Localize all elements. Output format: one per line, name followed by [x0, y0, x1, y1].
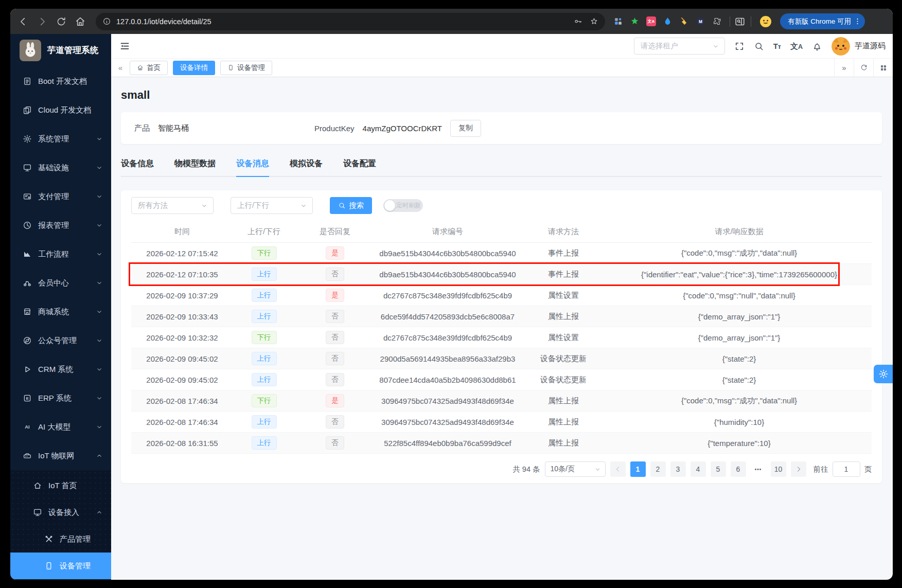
sidebar-item-9[interactable]: 公众号管理 [10, 326, 111, 355]
tenant-select[interactable]: 请选择租户 [634, 38, 725, 55]
chevron-down-icon [96, 251, 103, 258]
page-tab-0[interactable]: 首页 [130, 61, 168, 75]
extension-broom-icon[interactable] [679, 16, 689, 26]
sidebar-item-13[interactable]: IoT 物联网 [10, 441, 111, 470]
sidebar-item-11[interactable]: EERP 系统 [10, 384, 111, 413]
sidebar-subitem-0[interactable]: IoT 首页 [10, 472, 111, 499]
page-tab-1[interactable]: 设备详情 [173, 61, 215, 75]
page-button-6[interactable]: 6 [731, 461, 746, 477]
extension-m-icon[interactable]: M [696, 16, 705, 26]
extension-drop-icon[interactable] [663, 16, 673, 26]
phone-icon [227, 64, 234, 71]
direction-tag: 上行 [252, 289, 277, 302]
tabs-refresh-icon[interactable] [854, 59, 873, 77]
pagination-total: 共 94 条 [512, 465, 540, 474]
detail-tab-4[interactable]: 设备配置 [343, 158, 376, 177]
sidebar-item-4[interactable]: 支付管理 [10, 182, 111, 211]
pagination-ellipsis[interactable]: ••• [751, 461, 766, 477]
sidebar-item-12[interactable]: AIAI 大模型 [10, 413, 111, 441]
copy-button[interactable]: 复制 [450, 120, 481, 137]
page-button-5[interactable]: 5 [711, 461, 726, 477]
sidebar-item-5[interactable]: 报表管理 [10, 211, 111, 240]
cell-method: 事件上报 [520, 248, 607, 258]
cell-time: 2026-02-09 09:45:02 [131, 354, 233, 363]
cell-time: 2026-02-09 10:37:29 [131, 291, 233, 300]
tabs-scroll-left-icon[interactable]: « [111, 59, 130, 77]
collapse-menu-icon[interactable] [119, 41, 130, 51]
method-select[interactable]: 所有方法 [131, 197, 214, 214]
sidebar-item-1[interactable]: Cloud 开发文档 [10, 96, 111, 124]
sidebar-item-6[interactable]: 工作流程 [10, 240, 111, 269]
user-name[interactable]: 芋道源码 [855, 41, 886, 51]
bookmark-star-icon[interactable] [590, 17, 598, 26]
detail-tab-0[interactable]: 设备信息 [121, 158, 154, 177]
page-button-2[interactable]: 2 [650, 461, 666, 477]
app-shell: 芋道管理系统 Boot 开发文档Cloud 开发文档系统管理基础设施支付管理报表… [10, 34, 893, 580]
flow-icon [23, 250, 32, 259]
settings-fab[interactable] [874, 365, 893, 383]
next-page-button[interactable] [791, 461, 806, 477]
main-area: 请选择租户 Tт 文A 芋道源码 « 首页设备详情设备管理 [111, 34, 893, 580]
browser-back-icon[interactable] [17, 16, 29, 27]
detail-tab-1[interactable]: 物模型数据 [174, 158, 216, 177]
side-panel-search-icon[interactable] [734, 16, 746, 27]
cell-payload: {"demo_array_json":"1"} [607, 312, 872, 321]
prev-page-button[interactable] [610, 461, 626, 477]
page-button-4[interactable]: 4 [691, 461, 706, 477]
url-text[interactable]: 127.0.0.1/iot/device/detail/25 [116, 17, 211, 26]
tabs-more-icon[interactable]: » [834, 59, 854, 77]
sidebar-item-2[interactable]: 系统管理 [10, 124, 111, 153]
cell-direction: 上行 [233, 415, 295, 429]
table-row: 2026-02-09 09:45:02上行否807cdee14cda40a5b2… [131, 369, 872, 390]
cell-payload: {"state":2} [607, 354, 872, 363]
sidebar-subitem-2[interactable]: 产品管理 [10, 526, 111, 553]
page-button-3[interactable]: 3 [670, 461, 686, 477]
page-size-select[interactable]: 10条/页 [545, 461, 606, 477]
sidebar-item-0[interactable]: Boot 开发文档 [10, 67, 111, 96]
extension-grid-icon[interactable] [613, 16, 623, 26]
user-avatar[interactable] [832, 37, 850, 56]
extension-star-icon[interactable] [630, 16, 640, 26]
reply-tag: 是 [326, 394, 344, 407]
chrome-update-button[interactable]: 有新版 Chrome 可用 [780, 13, 865, 29]
sidebar-subitem-1[interactable]: 设备接入 [10, 499, 111, 526]
password-key-icon[interactable] [574, 17, 582, 26]
page-tab-2[interactable]: 设备管理 [220, 61, 272, 75]
cell-request-id: 30964975bc074325ad9493f48d69f34e [375, 418, 520, 426]
tabs-layout-icon[interactable] [873, 59, 893, 77]
url-bar[interactable]: 127.0.0.1/iot/device/detail/25 [96, 13, 605, 30]
chevron-down-icon [300, 202, 307, 209]
extensions-puzzle-icon[interactable] [712, 16, 722, 26]
sidebar-item-10[interactable]: CRM 系统 [10, 355, 111, 384]
sidebar-item-3[interactable]: 基础设施 [10, 153, 111, 182]
font-size-icon[interactable]: Tт [773, 41, 781, 51]
method-placeholder: 所有方法 [138, 201, 201, 210]
svg-text:E: E [26, 396, 28, 401]
auto-refresh-toggle[interactable]: 定时刷新 [383, 199, 423, 212]
search-button[interactable]: 搜索 [330, 197, 372, 214]
translate-icon[interactable]: 文A [790, 41, 803, 51]
cell-payload: {"state":2} [607, 376, 872, 384]
extension-translate-icon[interactable]: 文A [646, 16, 656, 26]
sidebar-item-8[interactable]: 商城系统 [10, 297, 111, 326]
direction-select[interactable]: 上行/下行 [231, 197, 313, 214]
app-logo[interactable]: 芋道管理系统 [10, 34, 111, 67]
browser-menu-icon[interactable] [853, 17, 862, 26]
browser-forward-icon[interactable] [37, 16, 48, 27]
detail-tab-2[interactable]: 设备消息 [236, 158, 269, 177]
page-button-10[interactable]: 10 [771, 461, 786, 477]
detail-tab-3[interactable]: 模拟设备 [290, 158, 323, 177]
goto-page-input[interactable] [833, 461, 860, 477]
search-icon[interactable] [754, 41, 764, 51]
browser-reload-icon[interactable] [56, 16, 67, 27]
site-info-icon[interactable] [102, 17, 111, 26]
sidebar-item-7[interactable]: 会员中心 [10, 269, 111, 297]
sidebar-subitem-3[interactable]: 设备管理 [10, 553, 111, 579]
chevron-down-icon [712, 43, 719, 50]
browser-home-icon[interactable] [75, 16, 86, 27]
page-button-1[interactable]: 1 [630, 461, 646, 477]
fullscreen-icon[interactable] [734, 41, 745, 51]
notifications-bell-icon[interactable] [812, 41, 822, 51]
cell-method: 属性设置 [520, 333, 607, 343]
profile-avatar[interactable] [759, 15, 772, 28]
